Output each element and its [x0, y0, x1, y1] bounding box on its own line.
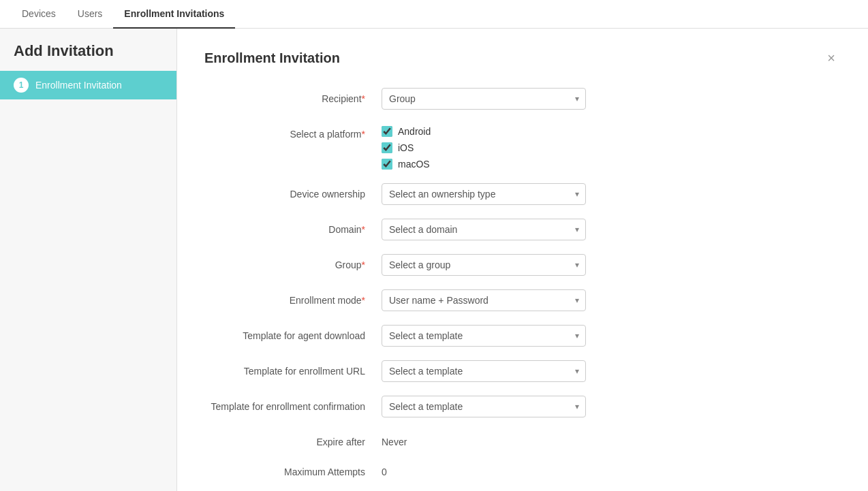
template-confirmation-field: Select a template ▾: [382, 396, 586, 417]
android-label: Android: [398, 126, 431, 137]
template-url-field: Select a template ▾: [382, 360, 586, 382]
recipient-label: Recipient*: [204, 88, 382, 104]
template-confirmation-label: Template for enrollment confirmation: [204, 396, 382, 412]
content-header: Enrollment Invitation ×: [204, 48, 841, 69]
device-ownership-label: Device ownership: [204, 183, 382, 200]
template-confirmation-row: Template for enrollment confirmation Sel…: [204, 396, 841, 417]
enrollment-mode-select[interactable]: User name + Password: [382, 289, 586, 311]
device-ownership-field: Select an ownership type ▾: [382, 183, 586, 205]
enrollment-mode-select-wrapper: User name + Password ▾: [382, 289, 586, 311]
platform-row: Select a platform* Android iOS macOS: [204, 123, 841, 170]
main-layout: Add Invitation 1 Enrollment Invitation E…: [0, 29, 868, 491]
tab-devices[interactable]: Devices: [11, 0, 67, 29]
content-area: Enrollment Invitation × Recipient* Group…: [177, 29, 868, 491]
recipient-field: Group ▾: [382, 88, 586, 110]
template-agent-label: Template for agent download: [204, 325, 382, 341]
max-attempts-field: 0: [382, 461, 586, 477]
group-select[interactable]: Select a group: [382, 254, 586, 276]
enrollment-mode-field: User name + Password ▾: [382, 289, 586, 311]
domain-row: Domain* Select a domain ▾: [204, 219, 841, 240]
domain-label: Domain*: [204, 219, 382, 235]
template-confirmation-select[interactable]: Select a template: [382, 396, 586, 417]
sidebar-step-1[interactable]: 1 Enrollment Invitation: [0, 71, 176, 99]
android-checkbox[interactable]: [382, 126, 392, 137]
expire-after-row: Expire after Never: [204, 431, 841, 447]
max-attempts-value: 0: [382, 461, 586, 477]
expire-after-field: Never: [382, 431, 586, 447]
max-attempts-row: Maximum Attempts 0: [204, 461, 841, 477]
template-agent-row: Template for agent download Select a tem…: [204, 325, 841, 347]
macos-checkbox[interactable]: [382, 159, 392, 170]
platform-field: Android iOS macOS: [382, 123, 586, 170]
sidebar: Add Invitation 1 Enrollment Invitation: [0, 29, 177, 491]
template-url-row: Template for enrollment URL Select a tem…: [204, 360, 841, 382]
device-ownership-select[interactable]: Select an ownership type: [382, 183, 586, 205]
template-agent-field: Select a template ▾: [382, 325, 586, 347]
enrollment-mode-label: Enrollment mode*: [204, 289, 382, 306]
expire-after-value: Never: [382, 431, 586, 447]
domain-select[interactable]: Select a domain: [382, 219, 586, 240]
template-confirmation-select-wrapper: Select a template ▾: [382, 396, 586, 417]
step-label: Enrollment Invitation: [35, 80, 122, 91]
recipient-select-wrapper: Group ▾: [382, 88, 586, 110]
tab-users[interactable]: Users: [67, 0, 114, 29]
platform-label: Select a platform*: [204, 123, 382, 140]
sidebar-title: Add Invitation: [0, 29, 176, 71]
template-url-select-wrapper: Select a template ▾: [382, 360, 586, 382]
tab-enrollment-invitations[interactable]: Enrollment Invitations: [113, 0, 235, 29]
step-number: 1: [14, 78, 29, 93]
recipient-select[interactable]: Group: [382, 88, 586, 110]
ios-label: iOS: [398, 142, 414, 153]
group-select-wrapper: Select a group ▾: [382, 254, 586, 276]
template-url-select[interactable]: Select a template: [382, 360, 586, 382]
platform-ios[interactable]: iOS: [382, 142, 586, 153]
max-attempts-label: Maximum Attempts: [204, 461, 382, 477]
platform-macos[interactable]: macOS: [382, 159, 586, 170]
template-url-label: Template for enrollment URL: [204, 360, 382, 377]
template-agent-select-wrapper: Select a template ▾: [382, 325, 586, 347]
platform-android[interactable]: Android: [382, 126, 586, 137]
recipient-row: Recipient* Group ▾: [204, 88, 841, 110]
expire-after-label: Expire after: [204, 431, 382, 447]
domain-field: Select a domain ▾: [382, 219, 586, 240]
template-agent-select[interactable]: Select a template: [382, 325, 586, 347]
platform-group: Android iOS macOS: [382, 123, 586, 170]
group-label: Group*: [204, 254, 382, 270]
top-nav: Devices Users Enrollment Invitations: [0, 0, 868, 29]
device-ownership-select-wrapper: Select an ownership type ▾: [382, 183, 586, 205]
close-button[interactable]: ×: [822, 48, 841, 69]
page-title: Enrollment Invitation: [204, 50, 340, 66]
group-row: Group* Select a group ▾: [204, 254, 841, 276]
group-field: Select a group ▾: [382, 254, 586, 276]
ios-checkbox[interactable]: [382, 142, 392, 153]
enrollment-mode-row: Enrollment mode* User name + Password ▾: [204, 289, 841, 311]
device-ownership-row: Device ownership Select an ownership typ…: [204, 183, 841, 205]
domain-select-wrapper: Select a domain ▾: [382, 219, 586, 240]
macos-label: macOS: [398, 159, 430, 170]
